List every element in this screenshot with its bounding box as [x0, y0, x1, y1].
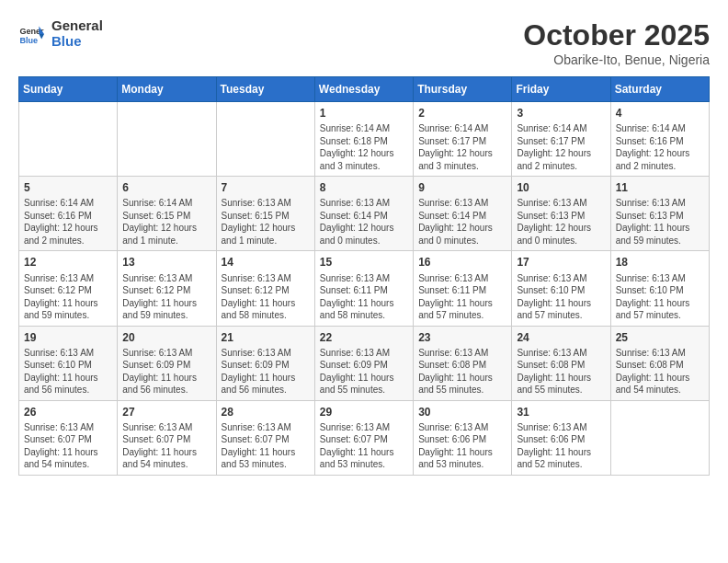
- calendar-day-cell: 3Sunrise: 6:14 AMSunset: 6:17 PMDaylight…: [512, 102, 610, 177]
- day-info-line: Sunset: 6:12 PM: [122, 284, 210, 297]
- day-info-line: Sunrise: 6:13 AM: [517, 272, 605, 285]
- day-info-line: Daylight: 11 hours: [222, 446, 310, 459]
- day-info-line: Sunset: 6:11 PM: [418, 284, 506, 297]
- day-number: 9: [418, 180, 506, 195]
- day-info-line: Sunset: 6:18 PM: [320, 135, 408, 148]
- calendar-body: 1Sunrise: 6:14 AMSunset: 6:18 PMDaylight…: [19, 102, 710, 476]
- svg-marker-3: [39, 34, 44, 40]
- calendar-day-cell: [118, 102, 216, 177]
- calendar-day-cell: 14Sunrise: 6:13 AMSunset: 6:12 PMDayligh…: [216, 251, 314, 326]
- day-info-line: Sunrise: 6:13 AM: [222, 197, 310, 210]
- calendar-day-cell: 27Sunrise: 6:13 AMSunset: 6:07 PMDayligh…: [118, 400, 216, 475]
- day-info-line: Sunrise: 6:13 AM: [418, 197, 506, 210]
- day-number: 25: [616, 330, 704, 345]
- day-info-line: and 54 minutes.: [616, 384, 704, 396]
- day-number: 10: [517, 180, 605, 195]
- day-info-line: Daylight: 12 hours: [320, 147, 408, 160]
- day-info-line: Sunset: 6:08 PM: [616, 359, 704, 372]
- day-number: 30: [418, 405, 506, 419]
- calendar-week-row: 12Sunrise: 6:13 AMSunset: 6:12 PMDayligh…: [19, 251, 710, 326]
- day-number: 21: [222, 330, 310, 345]
- day-info-line: Sunrise: 6:13 AM: [517, 421, 605, 434]
- day-info-line: Daylight: 11 hours: [517, 297, 605, 310]
- calendar-day-cell: 22Sunrise: 6:13 AMSunset: 6:09 PMDayligh…: [314, 326, 413, 400]
- calendar-day-cell: 11Sunrise: 6:13 AMSunset: 6:13 PMDayligh…: [610, 177, 709, 251]
- day-info-line: and 1 minute.: [122, 235, 210, 247]
- day-info-line: Sunset: 6:07 PM: [320, 433, 408, 446]
- calendar-day-cell: 25Sunrise: 6:13 AMSunset: 6:08 PMDayligh…: [610, 326, 709, 400]
- day-info-line: Daylight: 11 hours: [616, 222, 704, 235]
- day-info-line: Sunrise: 6:13 AM: [418, 272, 506, 285]
- day-info-line: and 2 minutes.: [24, 235, 112, 247]
- day-info-line: Sunset: 6:06 PM: [517, 433, 605, 446]
- calendar-week-row: 19Sunrise: 6:13 AMSunset: 6:10 PMDayligh…: [19, 326, 710, 400]
- day-number: 3: [517, 106, 605, 121]
- day-info-line: and 57 minutes.: [418, 309, 506, 322]
- calendar-day-cell: 19Sunrise: 6:13 AMSunset: 6:10 PMDayligh…: [19, 326, 118, 400]
- day-info-line: Daylight: 11 hours: [517, 372, 605, 385]
- calendar-day-cell: [216, 102, 314, 177]
- day-number: 4: [616, 106, 704, 121]
- day-info-line: Daylight: 11 hours: [320, 372, 408, 385]
- day-info-line: Daylight: 11 hours: [222, 372, 310, 385]
- day-info-line: Sunrise: 6:14 AM: [616, 122, 704, 135]
- calendar-day-cell: 17Sunrise: 6:13 AMSunset: 6:10 PMDayligh…: [512, 251, 610, 326]
- day-info-line: Sunrise: 6:14 AM: [418, 122, 506, 135]
- day-info-line: Daylight: 12 hours: [517, 147, 605, 160]
- day-info-line: and 59 minutes.: [616, 235, 704, 247]
- page-header: General Blue General Blue October 2025 O…: [18, 18, 710, 67]
- title-block: October 2025 Obarike-Ito, Benue, Nigeria: [523, 18, 710, 67]
- day-number: 8: [320, 180, 408, 195]
- day-info-line: and 52 minutes.: [517, 458, 605, 471]
- calendar-day-cell: 6Sunrise: 6:14 AMSunset: 6:15 PMDaylight…: [118, 177, 216, 251]
- day-number: 13: [122, 255, 210, 270]
- day-info-line: and 1 minute.: [222, 235, 310, 247]
- calendar-day-cell: 30Sunrise: 6:13 AMSunset: 6:06 PMDayligh…: [414, 400, 512, 475]
- day-number: 17: [517, 255, 605, 270]
- weekday-header-monday: Monday: [118, 77, 216, 102]
- day-info-line: Sunrise: 6:13 AM: [418, 347, 506, 360]
- day-info-line: Daylight: 11 hours: [24, 446, 112, 459]
- weekday-header-row: SundayMondayTuesdayWednesdayThursdayFrid…: [19, 77, 710, 102]
- day-info-line: Sunrise: 6:14 AM: [24, 197, 112, 210]
- day-info-line: Sunset: 6:13 PM: [517, 210, 605, 223]
- weekday-header-tuesday: Tuesday: [216, 77, 314, 102]
- day-info-line: and 3 minutes.: [320, 160, 408, 173]
- day-info-line: and 2 minutes.: [517, 160, 605, 173]
- day-info-line: Sunset: 6:07 PM: [122, 433, 210, 446]
- day-info-line: and 59 minutes.: [122, 309, 210, 322]
- calendar-day-cell: 12Sunrise: 6:13 AMSunset: 6:12 PMDayligh…: [19, 251, 118, 326]
- day-info-line: Daylight: 12 hours: [418, 147, 506, 160]
- day-info-line: Sunset: 6:08 PM: [418, 359, 506, 372]
- day-info-line: Daylight: 11 hours: [418, 446, 506, 459]
- day-info-line: and 58 minutes.: [320, 309, 408, 322]
- calendar-day-cell: 28Sunrise: 6:13 AMSunset: 6:07 PMDayligh…: [216, 400, 314, 475]
- day-info-line: and 54 minutes.: [24, 458, 112, 471]
- day-info-line: and 55 minutes.: [418, 384, 506, 396]
- day-info-line: Sunrise: 6:13 AM: [24, 347, 112, 360]
- day-info-line: and 55 minutes.: [517, 384, 605, 396]
- day-info-line: and 53 minutes.: [222, 458, 310, 471]
- calendar-day-cell: 9Sunrise: 6:13 AMSunset: 6:14 PMDaylight…: [414, 177, 512, 251]
- calendar-day-cell: 26Sunrise: 6:13 AMSunset: 6:07 PMDayligh…: [19, 400, 118, 475]
- day-info-line: Sunset: 6:07 PM: [24, 433, 112, 446]
- day-info-line: and 56 minutes.: [24, 384, 112, 396]
- day-number: 14: [222, 255, 310, 270]
- day-info-line: and 57 minutes.: [616, 309, 704, 322]
- day-info-line: and 59 minutes.: [24, 309, 112, 322]
- day-info-line: and 3 minutes.: [418, 160, 506, 173]
- day-info-line: and 2 minutes.: [616, 160, 704, 173]
- day-info-line: Sunrise: 6:13 AM: [418, 421, 506, 434]
- day-info-line: Sunset: 6:15 PM: [122, 210, 210, 223]
- day-number: 1: [320, 106, 408, 121]
- day-info-line: Sunset: 6:17 PM: [517, 135, 605, 148]
- day-info-line: Sunrise: 6:13 AM: [320, 421, 408, 434]
- day-info-line: Sunset: 6:10 PM: [517, 284, 605, 297]
- day-info-line: Sunrise: 6:13 AM: [616, 197, 704, 210]
- day-number: 7: [222, 180, 310, 195]
- day-number: 12: [24, 255, 112, 270]
- logo-blue-text: Blue: [51, 34, 103, 50]
- calendar-week-row: 1Sunrise: 6:14 AMSunset: 6:18 PMDaylight…: [19, 102, 710, 177]
- day-info-line: Sunset: 6:06 PM: [418, 433, 506, 446]
- calendar-day-cell: 24Sunrise: 6:13 AMSunset: 6:08 PMDayligh…: [512, 326, 610, 400]
